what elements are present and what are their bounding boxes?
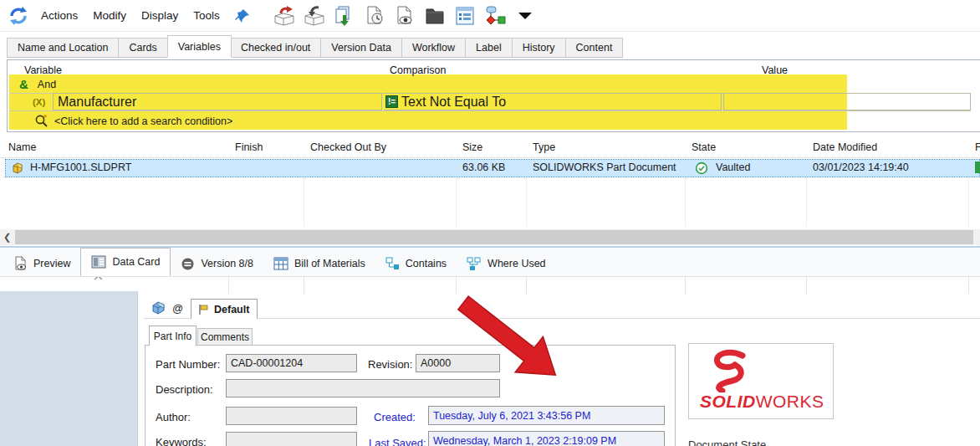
column-separator[interactable] — [228, 276, 229, 294]
preview-doc-icon — [13, 256, 28, 271]
tab-data-card[interactable]: Data Card — [80, 248, 171, 276]
tab-where-used[interactable]: Where Used — [457, 252, 555, 276]
col-partial[interactable]: F — [975, 141, 980, 153]
bom-table-icon — [273, 257, 288, 270]
check-out-button[interactable] — [271, 3, 298, 28]
keywords-field[interactable] — [226, 432, 357, 446]
variable-type-icon: (X) — [33, 97, 45, 107]
solidworks-logo-box: SOLIDWORKS — [688, 343, 834, 419]
col-checked-out-by[interactable]: Checked Out By — [310, 141, 386, 153]
column-separator[interactable] — [968, 276, 969, 294]
scroll-left-button[interactable]: ❮ — [0, 229, 14, 245]
folder-button[interactable] — [421, 3, 448, 28]
part-number-field[interactable] — [226, 354, 357, 372]
col-finish[interactable]: Finish — [235, 141, 263, 153]
part-config-icon — [151, 300, 166, 315]
refresh-icon — [8, 5, 29, 27]
tab-part-info[interactable]: Part Info — [149, 326, 197, 346]
configuration-tab-default[interactable]: Default — [191, 299, 258, 319]
col-date-modified[interactable]: Date Modified — [813, 141, 877, 153]
menu-actions[interactable]: Actions — [35, 6, 84, 25]
main-toolbar: Actions Modify Display Tools — [0, 0, 980, 32]
column-separator[interactable] — [685, 276, 686, 294]
solidworks-wordmark: SOLIDWORKS — [700, 392, 824, 412]
version-circle-icon — [181, 257, 195, 271]
get-version-button[interactable] — [361, 3, 388, 28]
author-field[interactable] — [226, 407, 357, 425]
tab-preview-label: Preview — [33, 258, 70, 269]
file-row[interactable]: H-MFG1001.SLDPRT 63.06 KB SOLIDWORKS Par… — [5, 159, 980, 177]
condition-comparison-cell[interactable]: != Text Not Equal To — [384, 93, 722, 110]
folder-icon — [424, 5, 446, 27]
refresh-button[interactable] — [5, 3, 32, 28]
tab-cards[interactable]: Cards — [119, 38, 167, 58]
tab-comments[interactable]: Comments — [197, 328, 253, 346]
tab-workflow[interactable]: Workflow — [402, 38, 466, 58]
author-label: Author: — [156, 411, 191, 423]
dassault-systemes-ds-icon — [704, 349, 758, 392]
configuration-tab-label: Default — [214, 304, 249, 315]
tab-version-data[interactable]: Version Data — [321, 38, 402, 58]
col-size[interactable]: Size — [462, 141, 482, 153]
last-saved-field[interactable] — [428, 431, 665, 446]
workflow-button[interactable] — [482, 3, 508, 28]
operator-row[interactable]: & And — [9, 75, 972, 93]
column-comparison: Comparison — [390, 64, 446, 76]
condition-variable-cell[interactable]: Manufacturer — [53, 93, 382, 110]
column-separator — [456, 178, 457, 227]
tab-preview[interactable]: Preview — [3, 252, 80, 276]
where-used-hierarchy-icon — [467, 257, 482, 271]
scrollbar-thumb[interactable] — [15, 230, 973, 244]
last-saved-label: Last Saved: — [369, 437, 426, 446]
menu-tools[interactable]: Tools — [187, 6, 226, 25]
created-label: Created: — [374, 411, 416, 423]
search-condition-panel: Variable Comparison Value & And (X) Manu… — [7, 59, 980, 132]
add-search-icon — [34, 114, 48, 128]
menu-display[interactable]: Display — [135, 6, 184, 25]
tab-bill-of-materials-label: Bill of Materials — [294, 258, 365, 269]
toolbar-more-button[interactable] — [512, 3, 538, 28]
column-separator[interactable] — [456, 276, 457, 294]
tab-contains-label: Contains — [406, 258, 447, 269]
wordmark-solid: SOLID — [700, 392, 756, 411]
tab-history[interactable]: History — [513, 38, 566, 58]
pin-button[interactable] — [229, 3, 256, 28]
add-condition-row[interactable]: <Click here to add a search condition> — [9, 112, 972, 130]
get-latest-icon — [334, 5, 355, 27]
col-type[interactable]: Type — [533, 141, 555, 153]
keywords-label: Keywords: — [156, 436, 207, 446]
col-name[interactable]: Name — [8, 141, 36, 153]
column-separator[interactable] — [526, 276, 527, 294]
tab-version-label: Version 8/8 — [201, 258, 253, 269]
horizontal-scrollbar[interactable]: ❮ — [0, 229, 980, 245]
tab-variables[interactable]: Variables — [167, 35, 232, 58]
tab-contains[interactable]: Contains — [375, 252, 457, 276]
column-separator[interactable] — [806, 276, 807, 294]
pin-icon — [234, 8, 251, 24]
file-list-header: Name Finish Checked Out By Size Type Sta… — [0, 137, 980, 158]
tab-bill-of-materials[interactable]: Bill of Materials — [263, 252, 375, 276]
file-type: SOLIDWORKS Part Document — [533, 161, 676, 173]
column-separator[interactable] — [304, 276, 304, 294]
column-separator — [526, 178, 527, 227]
tab-name-and-location[interactable]: Name and Location — [7, 38, 119, 58]
clipped-state-icon — [975, 161, 980, 173]
tab-checked-in-out[interactable]: Checked in/out — [231, 38, 321, 58]
created-field[interactable] — [428, 406, 665, 425]
check-in-icon — [303, 5, 326, 27]
properties-button[interactable] — [452, 3, 478, 28]
check-in-button[interactable] — [301, 3, 328, 28]
revision-label: Revision: — [368, 358, 412, 371]
tab-label[interactable]: Label — [466, 38, 513, 58]
get-latest-button[interactable] — [331, 3, 358, 28]
tab-content[interactable]: Content — [566, 38, 624, 58]
workflow-icon — [484, 5, 506, 27]
col-state[interactable]: State — [692, 141, 716, 153]
tab-where-used-label: Where Used — [487, 258, 545, 269]
flag-icon — [197, 304, 209, 315]
preview-button[interactable] — [391, 3, 418, 28]
tab-version[interactable]: Version 8/8 — [171, 252, 263, 276]
tab-part-info-label: Part Info — [154, 331, 191, 342]
condition-value-cell[interactable] — [723, 93, 971, 110]
menu-modify[interactable]: Modify — [87, 6, 132, 25]
